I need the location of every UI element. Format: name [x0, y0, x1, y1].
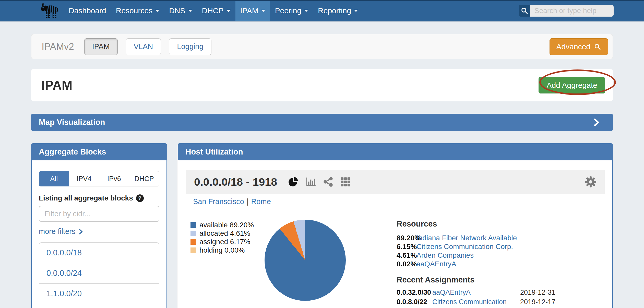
resource-pct: 0.02% [397, 260, 416, 268]
toolbar-title: IPAMv2 [42, 41, 74, 52]
grid-icon[interactable] [340, 177, 351, 187]
resource-link[interactable]: Citizens Communication Corp. [416, 242, 513, 251]
legend-label: assigned 6.17% [199, 238, 250, 246]
location-link-san-franscisco[interactable]: San Franscisco [193, 197, 244, 206]
host-utilization-header: Host Utilization [178, 143, 613, 160]
resource-link[interactable]: aaQAEntryA [416, 260, 456, 268]
advanced-button[interactable]: Advanced [550, 38, 608, 55]
chevron-down-icon [354, 10, 358, 12]
tab-vlan[interactable]: VLAN [126, 38, 161, 55]
aggregate-blocks-body: All IPV4 IPv6 DHCP Listing all aggregate… [31, 160, 167, 308]
host-utilization-panel: Host Utilization 0.0.0.0/18 - 1918 [178, 143, 613, 308]
nav-item-reporting[interactable]: Reporting [313, 1, 363, 21]
cidr-filter-input[interactable] [39, 206, 159, 222]
aggregate-blocks-title: Aggregate Blocks [39, 147, 106, 157]
utilization-chart-area: available 89.20% allocated 4.61% assigne… [186, 219, 605, 308]
resources-rows: 89.20%Indiana Fiber Network Available 6.… [397, 234, 605, 268]
filter-ipv6[interactable]: IPv6 [99, 171, 129, 186]
nav-item-ipam[interactable]: IPAM [235, 1, 270, 21]
listing-label-text: Listing all aggregate blocks [39, 194, 133, 202]
list-item[interactable]: 1.1.0.0/20 [39, 283, 159, 304]
pie-chart-icon[interactable] [288, 177, 299, 187]
legend-label: holding 0.00% [199, 246, 245, 254]
toolbar-tabs: IPAM VLAN Logging [84, 38, 211, 55]
main-menu: Dashboard Resources DNS DHCP IPAM Peerin… [64, 1, 363, 21]
assignment-link[interactable]: Citizens Communication Corp. [432, 297, 520, 308]
nav-item-dns[interactable]: DNS [164, 1, 197, 21]
advanced-label: Advanced [556, 42, 590, 51]
bar-chart-icon[interactable] [306, 177, 316, 187]
more-filters-link[interactable]: more filters [39, 227, 84, 236]
chevron-down-icon [261, 10, 265, 12]
list-item[interactable]: 1.1.0.0/24 [39, 304, 159, 308]
help-icon[interactable]: ? [136, 194, 144, 202]
nav-item-peering[interactable]: Peering [270, 1, 313, 21]
legend-label: allocated 4.61% [199, 229, 250, 238]
map-visualization-bar[interactable]: Map Visualization [31, 114, 613, 131]
aggregate-block-list: 0.0.0.0/18 0.0.0.0/24 1.1.0.0/20 1.1.0.0… [39, 242, 159, 308]
search-input[interactable] [530, 5, 614, 17]
resource-pct: 89.20% [397, 234, 416, 242]
tab-label: IPAM [92, 42, 110, 51]
share-icon[interactable] [323, 177, 333, 187]
tab-ipam[interactable]: IPAM [84, 38, 118, 55]
list-item[interactable]: 0.0.0.0/18 [39, 243, 159, 263]
block-summary-band: 0.0.0.0/18 - 1918 [186, 170, 605, 194]
view-toggle-icons [288, 177, 351, 187]
filter-label: DHCP [134, 175, 154, 183]
assignment-row: 0.0.8.0/22Citizens Communication Corp.20… [397, 297, 605, 308]
host-utilization-title: Host Utilization [185, 147, 243, 157]
legend-item: assigned 6.17% [190, 238, 254, 246]
assignment-cidr: 0.0.32.0/30 [397, 288, 432, 297]
resource-pct: 4.61% [397, 251, 416, 260]
assignment-row: 0.0.32.0/30aaQAEntryA2019-12-31 [397, 288, 605, 297]
nav-item-dashboard[interactable]: Dashboard [64, 1, 111, 21]
legend-label: available 89.20% [199, 221, 254, 229]
legend-swatch [190, 231, 196, 236]
filter-ipv4[interactable]: IPV4 [69, 171, 99, 186]
filter-label: IPV4 [77, 175, 92, 183]
tab-label: Logging [177, 42, 203, 51]
nav-label: Peering [275, 6, 301, 15]
add-aggregate-label: Add Aggregate [546, 81, 597, 90]
legend-item: available 89.20% [190, 221, 254, 229]
resource-link[interactable]: Indiana Fiber Network Available [416, 234, 517, 242]
listing-label: Listing all aggregate blocks ? [39, 194, 159, 202]
add-aggregate-button[interactable]: Add Aggregate [539, 77, 605, 93]
utilization-pie [265, 220, 346, 301]
resource-link[interactable]: Arden Companies [416, 251, 474, 260]
legend-swatch [190, 239, 196, 245]
filter-dhcp[interactable]: DHCP [129, 171, 159, 186]
more-filters-label: more filters [39, 227, 75, 236]
chevron-down-icon [188, 10, 192, 12]
list-item[interactable]: 0.0.0.0/24 [39, 263, 159, 283]
chevron-down-icon [304, 10, 308, 12]
resource-row: 89.20%Indiana Fiber Network Available [397, 234, 605, 242]
nav-label: DHCP [202, 6, 224, 15]
nav-label: IPAM [240, 6, 258, 15]
recent-assignments-rows: 0.0.32.0/30aaQAEntryA2019-12-31 0.0.8.0/… [397, 288, 605, 308]
assignment-link[interactable]: aaQAEntryA [432, 288, 520, 297]
gear-icon[interactable] [585, 176, 597, 188]
tab-logging[interactable]: Logging [169, 38, 211, 55]
map-visualization-label: Map Visualization [39, 118, 105, 127]
nav-label: DNS [169, 6, 185, 15]
zebra-logo[interactable] [37, 1, 61, 21]
search-icon[interactable] [519, 5, 530, 17]
chevron-down-icon [226, 10, 231, 12]
chevron-down-icon [155, 10, 159, 12]
ipamv2-toolbar: IPAMv2 IPAM VLAN Logging Advanced [31, 34, 613, 59]
resources-column: Resources 89.20%Indiana Fiber Network Av… [397, 219, 605, 308]
nav-label: Dashboard [69, 6, 106, 15]
resource-row: 6.15%Citizens Communication Corp. [397, 242, 605, 251]
resource-row: 4.61%Arden Companies [397, 251, 605, 260]
legend-swatch [190, 247, 196, 253]
location-link-rome[interactable]: Rome [251, 197, 271, 206]
resource-row: 0.02%aaQAEntryA [397, 260, 605, 268]
chevron-right-icon [592, 118, 601, 127]
nav-item-dhcp[interactable]: DHCP [197, 1, 235, 21]
host-utilization-body: 0.0.0.0/18 - 1918 [178, 160, 613, 308]
resources-title: Resources [397, 219, 605, 229]
filter-all[interactable]: All [39, 171, 69, 186]
nav-item-resources[interactable]: Resources [111, 1, 164, 21]
